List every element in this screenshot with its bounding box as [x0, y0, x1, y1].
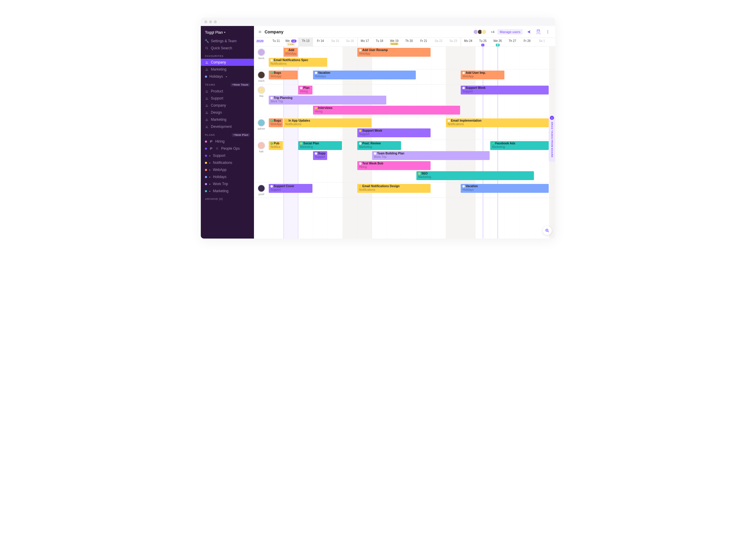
avatar[interactable]	[257, 119, 265, 127]
date-column[interactable]: Su 16	[343, 38, 357, 46]
plan-item[interactable]: ▸Notifications	[201, 159, 254, 166]
timeline[interactable]: lauraAddWebAppAdd User RevampWebAppEmail…	[254, 47, 555, 238]
person-row: lisaPlanHiringSupport WeekSupportTrip Pl…	[254, 84, 555, 117]
date-column[interactable]: Tu 253	[476, 38, 490, 46]
date-column[interactable]: Tu 18	[372, 38, 387, 46]
date-column[interactable]: We 26✻	[490, 38, 505, 46]
task-bar[interactable]: SuppSupport	[313, 151, 327, 160]
settings-link[interactable]: 🔧 Settings & Team	[201, 38, 254, 45]
plan-item[interactable]: ▸WebApp	[201, 166, 254, 173]
date-column[interactable]: Th 20	[402, 38, 416, 46]
favourite-item[interactable]: Company	[201, 59, 254, 66]
svg-rect-18	[210, 140, 211, 143]
svg-point-13	[207, 112, 208, 112]
task-bar[interactable]: Trip PlanningWork Trip	[269, 96, 386, 104]
team-item[interactable]: Design	[201, 109, 254, 116]
label: Design	[211, 110, 222, 115]
more-icon[interactable]	[544, 29, 551, 35]
task-bar[interactable]: InterviewsHiring	[313, 106, 460, 115]
person-name: mitch	[258, 79, 265, 82]
task-bar[interactable]: Email Notifications DesignNotifications	[357, 184, 431, 193]
team-item[interactable]: Support	[201, 95, 254, 102]
task-bar[interactable]: Add User RevampWebApp	[357, 48, 431, 57]
new-team-button[interactable]: +New Team	[230, 83, 250, 86]
date-column[interactable]: Tu 11	[269, 38, 283, 46]
favourite-item[interactable]: Marketing	[201, 66, 254, 73]
manage-users-button[interactable]: Manage users	[497, 29, 523, 35]
team-item[interactable]: Marketing	[201, 116, 254, 123]
task-bar[interactable]: ✓Facebook AdsMarketing	[490, 141, 549, 150]
task-bar[interactable]: ✓BugsWebApp	[269, 118, 283, 127]
status-dot-icon	[270, 59, 273, 62]
team-item[interactable]: Company	[201, 102, 254, 109]
date-column[interactable]: Sa 22	[431, 38, 446, 46]
avatar[interactable]	[257, 142, 265, 149]
person-row: mitch✓BugsWebappVacationHolidaysAdd User…	[254, 69, 555, 84]
team-item[interactable]: Development	[201, 123, 254, 130]
status-dot-icon	[315, 72, 317, 74]
status-dot-icon	[285, 120, 288, 122]
search-link[interactable]: Quick Search	[201, 45, 254, 52]
date-column[interactable]: Fr 14	[313, 38, 328, 46]
label: Company	[211, 60, 226, 65]
date-column[interactable]: We 12Local	[283, 38, 298, 46]
plan-item[interactable]: ▸Support	[201, 152, 254, 159]
traffic-light[interactable]	[209, 20, 212, 23]
task-bar[interactable]: VacationHolidays	[461, 184, 549, 193]
new-plan-button[interactable]: +New Plan	[232, 133, 250, 137]
avatar[interactable]	[257, 49, 265, 56]
date-column[interactable]: Fr 21	[416, 38, 431, 46]
date-column[interactable]: We 19Global	[387, 38, 402, 46]
task-bar[interactable]: AddWebApp	[283, 48, 298, 57]
date-column[interactable]: Mo 17	[357, 38, 372, 46]
task-bar[interactable]: Email ImplementationNotifications	[446, 118, 549, 127]
task-bar[interactable]: Support WeekSupport	[461, 85, 549, 94]
plan-item[interactable]: ▸Marketing	[201, 188, 254, 195]
task-bar[interactable]: In App UpdatesNotifications	[283, 118, 372, 127]
task-bar[interactable]: SEOMarketing	[416, 171, 534, 180]
date-column[interactable]: Sa 15	[328, 38, 343, 46]
task-bar[interactable]: Team Building PlanWork Trip	[372, 151, 490, 160]
traffic-light[interactable]	[204, 20, 207, 23]
task-bar[interactable]: Support WeekSupport	[357, 128, 431, 137]
task-bar[interactable]: Support CoverSupport	[269, 184, 312, 193]
archive-heading[interactable]: ARCHIVE (0)	[201, 195, 254, 202]
task-bar[interactable]: Post: ReviewMarketing	[357, 141, 401, 150]
sidebar: Toggl Plan ▾ 🔧 Settings & Team Quick Sea…	[201, 26, 254, 238]
date-column[interactable]: Th 13	[298, 38, 313, 46]
user-avatars[interactable]	[474, 29, 487, 35]
plan-item[interactable]: ▸Holidays	[201, 173, 254, 181]
brand-menu[interactable]: Toggl Plan ▾	[201, 29, 254, 38]
date-column[interactable]: Sa 1	[534, 38, 549, 46]
favourite-item[interactable]: Holidays▸	[201, 73, 254, 80]
task-bar[interactable]: PlanHiring	[298, 85, 312, 94]
date-column[interactable]: Fr 28	[520, 38, 534, 46]
task-sub: Notifications	[285, 122, 370, 126]
date-column[interactable]: Su 23	[446, 38, 461, 46]
task-bar[interactable]: ✓PubNotifica	[269, 141, 283, 150]
team-item[interactable]: Product	[201, 88, 254, 95]
menu-icon[interactable]	[258, 30, 262, 34]
task-title: Email Notifications Spec	[274, 59, 308, 62]
calendar-icon[interactable]: FEB	[535, 29, 541, 35]
task-bar[interactable]: ✓BugsWebapp	[269, 70, 298, 79]
plan-item[interactable]: ▸Work Trip	[201, 181, 254, 188]
year-button[interactable]: 2020	[256, 39, 263, 43]
drag-tasks-panel[interactable]: 1 DRAG TASKS FROM BOARD	[549, 117, 555, 162]
avatar[interactable]	[257, 71, 265, 79]
avatar[interactable]	[257, 185, 265, 192]
task-bar[interactable]: Social PlanMarketing	[298, 141, 342, 150]
plan-item[interactable]: Hiring	[201, 138, 254, 145]
plan-item[interactable]: People Ops	[201, 145, 254, 152]
share-icon[interactable]	[526, 29, 532, 35]
date-column[interactable]: Th 27	[505, 38, 520, 46]
zoom-button[interactable]	[543, 226, 552, 235]
traffic-light[interactable]	[214, 20, 217, 23]
date-column[interactable]: Mo 24	[461, 38, 476, 46]
status-dot-icon	[285, 49, 288, 51]
task-bar[interactable]: VacationHolidays	[313, 70, 416, 79]
task-bar[interactable]: Test Week BobHiring	[357, 161, 431, 170]
task-bar[interactable]: Email Notifications SpecNotifications	[269, 58, 327, 67]
task-bar[interactable]: Add User Imp.WebApp	[461, 70, 505, 79]
avatar[interactable]	[257, 86, 265, 94]
